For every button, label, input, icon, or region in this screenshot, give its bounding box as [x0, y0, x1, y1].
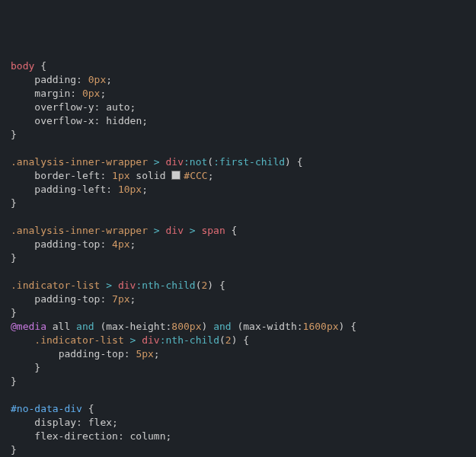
code-token: (	[207, 156, 213, 168]
code-token: :	[70, 88, 82, 99]
code-token: (	[219, 334, 225, 346]
code-token: 4px	[112, 238, 129, 250]
code-token: }	[11, 307, 17, 318]
code-token: >	[154, 156, 160, 168]
code-token: 800px	[171, 321, 201, 332]
code-editor[interactable]: body { padding: 0px; margin: 0px; overfl…	[11, 59, 476, 457]
code-line	[11, 265, 476, 279]
code-token: {	[225, 225, 238, 236]
code-token: span	[201, 225, 225, 236]
code-token: 7px	[112, 293, 129, 305]
code-token: div	[166, 156, 184, 168]
code-token: flex	[88, 417, 112, 428]
code-token: }	[11, 129, 17, 140]
code-token: 2	[225, 334, 232, 346]
code-token: {	[344, 321, 356, 332]
code-line: display: flex;	[11, 416, 476, 430]
code-token	[160, 156, 166, 168]
code-token: div	[142, 334, 159, 346]
code-token: )	[285, 156, 291, 168]
code-token: }	[11, 444, 17, 455]
code-line: #no-data-div {	[11, 402, 476, 416]
code-line: }	[11, 375, 476, 388]
code-token: div	[166, 225, 184, 236]
code-line: .indicator-list > div:nth-child(2) {	[11, 279, 476, 292]
code-token: ;	[130, 293, 136, 305]
code-token: div	[118, 280, 136, 291]
code-token: padding-top	[34, 238, 100, 250]
code-token: auto	[106, 101, 129, 113]
code-token: padding-top	[59, 348, 124, 360]
code-token: ;	[154, 348, 160, 360]
code-line: .analysis-inner-wrapper > div > span {	[11, 224, 476, 238]
code-token: )	[202, 321, 214, 332]
code-token: :	[76, 74, 88, 85]
code-line: overflow-y: auto;	[11, 101, 476, 114]
code-token: :	[94, 115, 107, 126]
code-token: ;	[142, 184, 148, 195]
code-line	[11, 388, 476, 402]
code-token: margin	[34, 88, 70, 99]
code-token: 1px	[112, 170, 129, 181]
code-token	[112, 280, 118, 291]
code-line: }	[11, 251, 476, 265]
code-token: {	[34, 60, 46, 72]
code-line: .analysis-inner-wrapper > div:not(:first…	[11, 155, 476, 169]
code-token: max-width	[243, 321, 296, 332]
code-line: margin: 0px;	[11, 87, 476, 101]
code-token: and	[213, 321, 231, 332]
code-token: overflow-x	[34, 115, 94, 126]
code-line: }	[11, 443, 476, 457]
code-token: }	[11, 252, 17, 264]
code-line: body {	[11, 59, 476, 73]
code-token: .analysis-inner-wrapper	[11, 225, 148, 236]
code-token: hidden	[106, 115, 142, 126]
code-token: )	[207, 280, 213, 291]
code-token: {	[213, 280, 225, 291]
code-token: padding-top	[34, 293, 100, 305]
code-token: :	[118, 430, 130, 442]
code-token: :	[100, 293, 112, 305]
color-swatch	[171, 171, 180, 180]
code-token: ;	[166, 430, 172, 442]
code-token: solid	[130, 170, 172, 181]
code-token: >	[106, 280, 112, 291]
code-line: }	[11, 197, 476, 210]
code-token: }	[11, 376, 17, 387]
code-line: flex-direction: column;	[11, 430, 476, 443]
code-token: 0px	[82, 88, 100, 99]
code-line: overflow-x: hidden;	[11, 114, 476, 128]
code-token: 0px	[88, 74, 106, 85]
code-token	[160, 225, 166, 236]
code-token: ;	[112, 417, 118, 428]
code-token: ;	[208, 170, 214, 181]
code-token: ;	[130, 238, 136, 250]
code-token: }	[11, 197, 17, 209]
code-token: 1600px	[303, 321, 339, 332]
code-token: (	[94, 321, 107, 332]
code-token: .analysis-inner-wrapper	[11, 156, 148, 168]
code-line	[11, 142, 476, 155]
code-token: and	[76, 321, 94, 332]
code-token: :	[124, 348, 136, 360]
code-token: all	[46, 321, 76, 332]
code-token: body	[11, 60, 34, 72]
code-token: padding-left	[34, 184, 106, 195]
code-token: #CCC	[184, 170, 207, 181]
code-token: (	[232, 321, 244, 332]
code-token	[148, 225, 154, 236]
code-token: :	[100, 238, 112, 250]
code-token: :	[106, 184, 118, 195]
code-token: {	[82, 403, 94, 414]
code-line	[11, 210, 476, 224]
code-token: {	[237, 334, 249, 346]
code-token: max-height	[106, 321, 165, 332]
code-token: #no-data-div	[11, 403, 82, 414]
code-token: .indicator-list	[34, 334, 123, 346]
code-token: overflow-y	[34, 101, 94, 113]
code-token: :nth-child	[136, 280, 195, 291]
code-token: >	[190, 225, 196, 236]
code-token: ;	[106, 74, 112, 85]
code-line: padding-top: 5px;	[11, 347, 476, 361]
code-token: column	[130, 430, 166, 442]
